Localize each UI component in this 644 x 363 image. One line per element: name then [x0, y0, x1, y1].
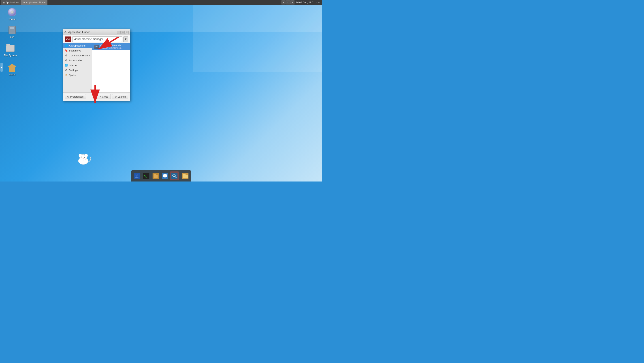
- svg-point-8: [82, 157, 82, 158]
- svg-point-10: [82, 158, 84, 159]
- svg-point-7: [84, 154, 88, 157]
- cdrom-icon-container[interactable]: cdrom: [4, 7, 20, 22]
- taskbar-separator: [180, 172, 180, 180]
- sidebar-settings-label: Settings: [69, 69, 78, 72]
- usb-icon: [8, 26, 16, 34]
- titlebar-gear-icon: ⚙: [64, 31, 67, 34]
- svg-point-26: [165, 174, 166, 175]
- taskbar-xfce[interactable]: [160, 172, 170, 180]
- xfce-mascot: [75, 154, 92, 167]
- win-controls: ▪ ▪ ▪: [282, 0, 294, 4]
- sidebar-accessories-label: Accessories: [69, 59, 82, 62]
- svg-point-9: [84, 157, 85, 158]
- window-buttons: ⚙ Preferences ✕ Close ⚙ Launch: [63, 92, 130, 101]
- taskbar-folder[interactable]: [181, 172, 190, 180]
- taskbar-network[interactable]: [132, 172, 141, 180]
- desktop: [0, 0, 322, 182]
- content-area: VM Virtual Machine Ma... Manage virtual …: [92, 43, 130, 92]
- window-titlebar: ⚙ Application Finder _ □ ✕: [63, 29, 130, 35]
- search-input[interactable]: [72, 36, 122, 42]
- sidebar-commands-history-label: Commands History: [69, 54, 90, 57]
- home-label: Home: [8, 73, 16, 76]
- taskbar-bottom: $_: [131, 170, 191, 182]
- home-icon: [8, 63, 16, 72]
- sidebar: 🌐 All Applications 🔖 Bookmarks ⚙ Command…: [63, 43, 92, 92]
- svg-point-6: [79, 154, 82, 157]
- datetime: Fri 03 Dec, 21:01: [296, 1, 314, 4]
- filesystem-icon-container[interactable]: File System: [2, 43, 18, 58]
- vmm-result-icon: VM: [94, 45, 99, 49]
- usb-icon-container[interactable]: usb: [4, 24, 20, 40]
- svg-rect-21: [154, 174, 156, 176]
- vmm-result-description: Manage virtual machi...: [100, 47, 128, 49]
- sidebar-item-commands-history[interactable]: ⚙ Commands History: [63, 53, 92, 58]
- app-finder-tab-label: Application Finder: [26, 1, 46, 4]
- applications-label: Applications: [6, 1, 19, 4]
- app-logo: VM: [65, 36, 71, 42]
- svg-point-25: [163, 174, 165, 175]
- window-content: 🌐 All Applications 🔖 Bookmarks ⚙ Command…: [63, 43, 130, 92]
- titlebar-left: ⚙ Application Finder: [64, 31, 90, 34]
- commands-history-icon: ⚙: [65, 54, 68, 57]
- win-ctrl-2[interactable]: ▪: [286, 0, 290, 4]
- vmm-result-title: Virtual Machine Ma...: [100, 44, 128, 47]
- settings-icon: ⚙: [65, 69, 68, 72]
- accessories-icon: ⚙: [65, 59, 68, 62]
- user: root: [316, 1, 320, 4]
- close-dialog-label: Close: [102, 95, 108, 98]
- system-icon: 🖥: [65, 74, 68, 77]
- internet-icon: 🌐: [65, 64, 68, 67]
- sidebar-item-internet[interactable]: 🌐 Internet: [63, 63, 92, 68]
- taskbar-top-left: ⊞ Applications ⚙ Application Finder: [0, 0, 48, 5]
- search-dropdown-button[interactable]: ▼: [123, 36, 128, 42]
- usb-label: usb: [10, 35, 15, 38]
- sidebar-item-settings[interactable]: ⚙ Settings: [63, 68, 92, 73]
- close-button[interactable]: ✕: [125, 31, 129, 34]
- taskbar-top: ⊞ Applications ⚙ Application Finder ▪ ▪ …: [0, 0, 322, 5]
- sidebar-system-label: System: [69, 74, 77, 76]
- panel-sidebar-toggle[interactable]: ▶: [0, 63, 3, 72]
- sidebar-item-accessories[interactable]: ⚙ Accessories: [63, 58, 92, 63]
- sidebar-item-all-applications[interactable]: 🌐 All Applications: [63, 43, 92, 48]
- all-apps-icon: 🌐: [65, 44, 68, 47]
- desktop-highlight: [0, 5, 322, 32]
- app-finder-tab-icon: ⚙: [23, 1, 25, 4]
- launch-button[interactable]: ⚙ Launch: [112, 94, 128, 99]
- taskbar-search[interactable]: [170, 172, 179, 180]
- minimize-button[interactable]: _: [117, 31, 120, 34]
- launch-icon: ⚙: [114, 95, 117, 98]
- svg-text:VM: VM: [66, 38, 70, 41]
- win-ctrl-3[interactable]: ▪: [290, 0, 294, 4]
- taskbar-top-right: ▪ ▪ ▪ Fri 03 Dec, 21:01 root: [282, 0, 322, 4]
- search-area: VM ▼: [63, 35, 130, 43]
- close-dialog-icon: ✕: [99, 95, 101, 98]
- sidebar-internet-label: Internet: [69, 64, 77, 67]
- vmm-result-text: Virtual Machine Ma... Manage virtual mac…: [100, 44, 128, 49]
- sidebar-item-system[interactable]: 🖥 System: [63, 73, 92, 78]
- cdrom-label: cdrom: [8, 18, 16, 20]
- preferences-icon: ⚙: [67, 95, 69, 98]
- bookmarks-icon: 🔖: [65, 49, 68, 52]
- desktop-highlight2: [193, 5, 322, 72]
- applications-icon: ⊞: [3, 1, 5, 4]
- taskbar-files[interactable]: [151, 172, 160, 180]
- result-item-vmm[interactable]: VM Virtual Machine Ma... Manage virtual …: [92, 43, 130, 50]
- sidebar-item-bookmarks[interactable]: 🔖 Bookmarks: [63, 48, 92, 53]
- sidebar-bookmarks-label: Bookmarks: [69, 49, 81, 52]
- cdrom-icon: [8, 8, 16, 16]
- preferences-button[interactable]: ⚙ Preferences: [65, 94, 86, 99]
- applications-menu[interactable]: ⊞ Applications: [1, 0, 20, 5]
- sidebar-all-applications-label: All Applications: [69, 44, 86, 47]
- svg-text:$_: $_: [144, 174, 147, 178]
- titlebar-controls: _ □ ✕: [117, 31, 129, 34]
- svg-rect-32: [183, 174, 186, 176]
- home-icon-container[interactable]: Home: [4, 62, 20, 77]
- win-ctrl-1[interactable]: ▪: [282, 0, 286, 4]
- svg-rect-31: [183, 175, 188, 178]
- taskbar-terminal[interactable]: $_: [142, 172, 150, 180]
- filesystem-label: File System: [3, 54, 17, 57]
- app-finder-tab[interactable]: ⚙ Application Finder: [21, 0, 48, 5]
- window-title: Application Finder: [68, 31, 90, 34]
- maximize-button[interactable]: □: [121, 31, 125, 34]
- close-dialog-button[interactable]: ✕ Close: [97, 94, 111, 99]
